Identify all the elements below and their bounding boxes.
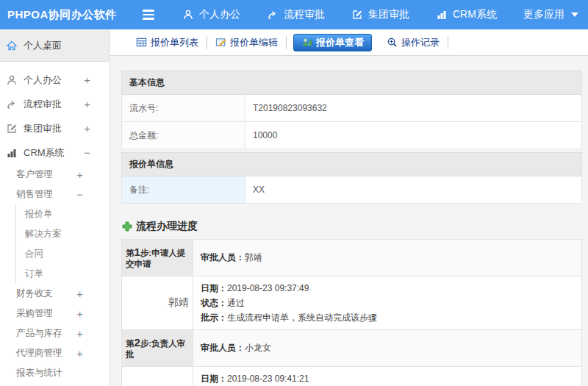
content: 基本信息 流水号: T20190823093632 总金额: 10000 报价单… bbox=[110, 56, 588, 386]
sidebar-item-label: 集团审批 bbox=[24, 122, 62, 135]
app-logo: PHPOA协同办公软件 bbox=[0, 8, 116, 22]
flow-detail-row: 郭靖 日期：2019-08-23 09:37:49 状态：通过 批示：生成流程申… bbox=[122, 276, 582, 330]
expand-plus[interactable]: + bbox=[76, 287, 83, 300]
tab-quotation-view[interactable]: 报价单查看 bbox=[293, 34, 372, 51]
topnav-label: CRM系统 bbox=[453, 8, 497, 21]
expand-plus[interactable]: + bbox=[84, 74, 90, 86]
flow-table: 第1步:申请人提交申请 审批人员：郭靖 郭靖 日期：2019-08-23 09:… bbox=[121, 239, 582, 386]
sidebar-item-label: 个人桌面 bbox=[24, 39, 62, 52]
sidebar-item-quotation[interactable]: 报价单 bbox=[16, 204, 110, 224]
flow-detail-row: 小龙女 日期：2019-08-23 09:41:21 状态：结束 批示：通过 bbox=[122, 367, 582, 386]
topbar: PHPOA协同办公软件 个人办公 流程审批 集团审批 CRM系统 bbox=[0, 0, 588, 29]
sidebar-item-form-process-settings[interactable]: 表单与流程设置 + bbox=[0, 383, 110, 386]
process-icon bbox=[6, 99, 18, 110]
expand-plus[interactable]: + bbox=[84, 98, 90, 110]
sales-submenu: 报价单 解决方案 合同 订单 bbox=[15, 204, 110, 284]
sidebar-item-agent-mgmt[interactable]: 代理商管理 + bbox=[0, 343, 110, 363]
plus-icon bbox=[122, 221, 132, 232]
approver-name: 郭靖 bbox=[122, 276, 193, 330]
sidebar-item-solution[interactable]: 解决方案 bbox=[16, 224, 110, 244]
edit-icon bbox=[6, 123, 18, 135]
tab-label: 报价单查看 bbox=[316, 36, 364, 49]
topnav-process-approval[interactable]: 流程审批 bbox=[267, 8, 325, 21]
chevron-down-icon bbox=[571, 12, 578, 17]
section-header-quote-info: 报价单信息 bbox=[122, 153, 582, 176]
tab-label: 报价单列表 bbox=[151, 36, 198, 49]
flow-title-label: 流程办理进度 bbox=[136, 220, 198, 233]
topnav-label: 流程审批 bbox=[284, 8, 325, 21]
sidebar-item-reports[interactable]: 报表与统计 bbox=[0, 363, 110, 383]
flow-step-row: 第2步:负责人审批 审批人员：小龙女 bbox=[122, 330, 582, 367]
sidebar-item-label: 流程审批 bbox=[24, 98, 62, 111]
sidebar-item-label: 个人办公 bbox=[24, 74, 62, 87]
sidebar-item-label: 订单 bbox=[25, 268, 43, 280]
expand-plus[interactable]: + bbox=[76, 307, 83, 320]
topnav-more-apps[interactable]: 更多应用 bbox=[523, 8, 578, 21]
table-row: 备注: XX bbox=[122, 176, 582, 204]
person-icon bbox=[6, 74, 18, 86]
tab-label: 报价单编辑 bbox=[230, 36, 278, 49]
basic-info-table: 基本信息 流水号: T20190823093632 总金额: 10000 bbox=[121, 71, 582, 149]
expand-plus[interactable]: + bbox=[76, 347, 83, 360]
sidebar-item-label: 财务收支 bbox=[16, 287, 53, 300]
person-icon bbox=[182, 9, 194, 21]
tab-quotation-list[interactable]: 报价单列表 bbox=[128, 36, 207, 49]
topnav-label: 个人办公 bbox=[199, 8, 240, 21]
topnav-personal-office[interactable]: 个人办公 bbox=[182, 8, 240, 21]
sidebar-item-personal-office[interactable]: 个人办公 + bbox=[0, 68, 110, 92]
sidebar-item-purchase[interactable]: 采购管理 + bbox=[0, 304, 110, 324]
sidebar-item-finance[interactable]: 财务收支 + bbox=[0, 284, 110, 304]
sidebar: 个人桌面 个人办公 + 流程审批 + 集团审批 + CRM系统 − 客户管理 +… bbox=[0, 29, 110, 386]
tab-bar: 报价单列表 报价单编辑 报价单查看 操作记录 bbox=[110, 29, 588, 56]
field-label-remark: 备注: bbox=[122, 176, 245, 204]
sidebar-item-desktop[interactable]: 个人桌面 bbox=[0, 29, 110, 62]
sidebar-item-contract[interactable]: 合同 bbox=[16, 244, 110, 264]
expand-plus[interactable]: + bbox=[76, 168, 83, 181]
approver-name: 小龙女 bbox=[122, 367, 193, 386]
expand-plus[interactable]: + bbox=[84, 122, 90, 135]
sidebar-item-process-approval[interactable]: 流程审批 + bbox=[0, 92, 110, 116]
collapse-minus[interactable]: − bbox=[76, 188, 83, 201]
topnav-label: 集团审批 bbox=[368, 8, 409, 21]
sidebar-item-group-approval[interactable]: 集团审批 + bbox=[0, 116, 110, 140]
flow-progress-title: 流程办理进度 bbox=[122, 220, 582, 233]
chart-icon bbox=[436, 9, 448, 21]
sidebar-item-label: 报价单 bbox=[25, 208, 53, 221]
menu-toggle-icon[interactable] bbox=[143, 10, 154, 20]
topnav-group-approval[interactable]: 集团审批 bbox=[351, 8, 409, 21]
section-header-basic-info: 基本信息 bbox=[122, 71, 582, 95]
collapse-minus[interactable]: − bbox=[84, 146, 90, 159]
sidebar-item-order[interactable]: 订单 bbox=[16, 264, 110, 284]
compose-icon bbox=[215, 37, 227, 49]
sidebar-item-crm[interactable]: CRM系统 − bbox=[0, 140, 110, 165]
field-label-serial: 流水号: bbox=[122, 95, 245, 122]
process-icon bbox=[267, 9, 279, 21]
sidebar-item-customer-mgmt[interactable]: 客户管理 + bbox=[0, 165, 110, 185]
tab-quotation-edit[interactable]: 报价单编辑 bbox=[207, 36, 287, 49]
tab-operation-log[interactable]: 操作记录 bbox=[379, 36, 448, 49]
quote-info-table: 报价单信息 备注: XX bbox=[121, 152, 582, 204]
topnav-label: 更多应用 bbox=[523, 8, 564, 21]
sidebar-item-products-inventory[interactable]: 产品与库存 + bbox=[0, 324, 110, 343]
chart-icon bbox=[6, 147, 18, 159]
field-value-serial: T20190823093632 bbox=[245, 95, 582, 122]
flow-step-row: 第1步:申请人提交申请 审批人员：郭靖 bbox=[122, 240, 582, 276]
tab-label: 操作记录 bbox=[401, 36, 440, 49]
sidebar-item-sales-mgmt[interactable]: 销售管理 − bbox=[0, 185, 110, 204]
sidebar-item-label: 解决方案 bbox=[25, 228, 62, 240]
grid-icon bbox=[136, 37, 148, 49]
step-header: 第2步:负责人审批 bbox=[122, 330, 193, 367]
field-value-total: 10000 bbox=[245, 122, 582, 149]
approver-cell: 审批人员：郭靖 bbox=[193, 240, 582, 276]
main-area: 报价单列表 报价单编辑 报价单查看 操作记录 基本信息 流水号: T20 bbox=[110, 29, 588, 386]
sidebar-item-label: 产品与库存 bbox=[16, 327, 62, 340]
approval-details: 日期：2019-08-23 09:37:49 状态：通过 批示：生成流程申请单，… bbox=[193, 276, 582, 330]
sidebar-item-label: 报表与统计 bbox=[16, 367, 62, 379]
sidebar-item-label: 合同 bbox=[25, 248, 43, 260]
step-header: 第1步:申请人提交申请 bbox=[122, 240, 193, 276]
home-icon bbox=[6, 40, 18, 51]
sidebar-item-label: 代理商管理 bbox=[16, 347, 62, 360]
expand-plus[interactable]: + bbox=[76, 327, 83, 340]
field-label-total: 总金额: bbox=[122, 122, 245, 149]
topnav-crm[interactable]: CRM系统 bbox=[436, 8, 497, 21]
